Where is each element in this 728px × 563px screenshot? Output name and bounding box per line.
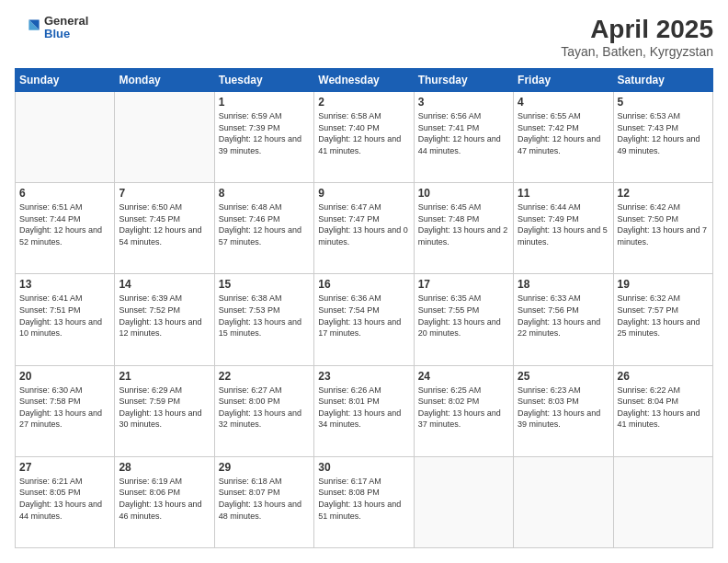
- table-row: 16Sunrise: 6:36 AM Sunset: 7:54 PM Dayli…: [314, 274, 414, 365]
- day-number: 21: [119, 370, 210, 383]
- day-info: Sunrise: 6:41 AM Sunset: 7:51 PM Dayligh…: [19, 293, 110, 339]
- logo-general: General: [44, 15, 88, 28]
- day-info: Sunrise: 6:56 AM Sunset: 7:41 PM Dayligh…: [418, 110, 509, 156]
- day-number: 13: [19, 278, 110, 291]
- logo-text: General Blue: [44, 15, 88, 41]
- table-row: [16, 92, 115, 183]
- day-number: 7: [119, 187, 210, 200]
- location-title: Tayan, Batken, Kyrgyzstan: [561, 44, 713, 59]
- table-row: 28Sunrise: 6:19 AM Sunset: 8:06 PM Dayli…: [115, 456, 214, 547]
- day-number: 25: [518, 370, 609, 383]
- day-info: Sunrise: 6:58 AM Sunset: 7:40 PM Dayligh…: [318, 110, 409, 156]
- day-info: Sunrise: 6:55 AM Sunset: 7:42 PM Dayligh…: [518, 110, 609, 156]
- day-info: Sunrise: 6:42 AM Sunset: 7:50 PM Dayligh…: [618, 201, 709, 247]
- logo-icon: [15, 15, 40, 40]
- table-row: 24Sunrise: 6:25 AM Sunset: 8:02 PM Dayli…: [414, 365, 513, 456]
- day-info: Sunrise: 6:47 AM Sunset: 7:47 PM Dayligh…: [318, 201, 409, 247]
- day-number: 16: [318, 278, 409, 291]
- day-info: Sunrise: 6:51 AM Sunset: 7:44 PM Dayligh…: [19, 201, 110, 247]
- table-row: 25Sunrise: 6:23 AM Sunset: 8:03 PM Dayli…: [514, 365, 613, 456]
- day-number: 27: [19, 461, 110, 474]
- day-info: Sunrise: 6:30 AM Sunset: 7:58 PM Dayligh…: [19, 385, 110, 431]
- col-thursday: Thursday: [414, 69, 513, 92]
- calendar-table: Sunday Monday Tuesday Wednesday Thursday…: [15, 68, 713, 548]
- table-row: [115, 92, 214, 183]
- table-row: 15Sunrise: 6:38 AM Sunset: 7:53 PM Dayli…: [214, 274, 313, 365]
- table-row: 26Sunrise: 6:22 AM Sunset: 8:04 PM Dayli…: [613, 365, 712, 456]
- day-info: Sunrise: 6:59 AM Sunset: 7:39 PM Dayligh…: [219, 110, 310, 156]
- day-number: 5: [618, 96, 709, 109]
- day-number: 22: [219, 370, 310, 383]
- day-number: 29: [219, 461, 310, 474]
- table-row: 10Sunrise: 6:45 AM Sunset: 7:48 PM Dayli…: [414, 183, 513, 274]
- table-row: 14Sunrise: 6:39 AM Sunset: 7:52 PM Dayli…: [115, 274, 214, 365]
- day-number: 1: [219, 96, 310, 109]
- day-info: Sunrise: 6:39 AM Sunset: 7:52 PM Dayligh…: [119, 293, 210, 339]
- table-row: 30Sunrise: 6:17 AM Sunset: 8:08 PM Dayli…: [314, 456, 414, 547]
- day-info: Sunrise: 6:21 AM Sunset: 8:05 PM Dayligh…: [19, 476, 110, 522]
- day-info: Sunrise: 6:38 AM Sunset: 7:53 PM Dayligh…: [219, 293, 310, 339]
- table-row: 2Sunrise: 6:58 AM Sunset: 7:40 PM Daylig…: [314, 92, 414, 183]
- day-info: Sunrise: 6:36 AM Sunset: 7:54 PM Dayligh…: [318, 293, 409, 339]
- day-number: 26: [618, 370, 709, 383]
- day-number: 30: [318, 461, 409, 474]
- table-row: 4Sunrise: 6:55 AM Sunset: 7:42 PM Daylig…: [514, 92, 613, 183]
- day-number: 14: [119, 278, 210, 291]
- table-row: 19Sunrise: 6:32 AM Sunset: 7:57 PM Dayli…: [613, 274, 712, 365]
- calendar-header: Sunday Monday Tuesday Wednesday Thursday…: [16, 69, 713, 92]
- day-number: 24: [418, 370, 509, 383]
- table-row: [514, 456, 613, 547]
- col-friday: Friday: [514, 69, 613, 92]
- table-row: 13Sunrise: 6:41 AM Sunset: 7:51 PM Dayli…: [16, 274, 115, 365]
- col-wednesday: Wednesday: [314, 69, 414, 92]
- day-number: 11: [518, 187, 609, 200]
- day-info: Sunrise: 6:53 AM Sunset: 7:43 PM Dayligh…: [618, 110, 709, 156]
- day-info: Sunrise: 6:26 AM Sunset: 8:01 PM Dayligh…: [318, 385, 409, 431]
- day-info: Sunrise: 6:22 AM Sunset: 8:04 PM Dayligh…: [618, 385, 709, 431]
- table-row: 8Sunrise: 6:48 AM Sunset: 7:46 PM Daylig…: [214, 183, 313, 274]
- table-row: 22Sunrise: 6:27 AM Sunset: 8:00 PM Dayli…: [214, 365, 313, 456]
- header-row: Sunday Monday Tuesday Wednesday Thursday…: [16, 69, 713, 92]
- page: General Blue April 2025 Tayan, Batken, K…: [0, 0, 728, 563]
- day-info: Sunrise: 6:17 AM Sunset: 8:08 PM Dayligh…: [318, 476, 409, 522]
- day-number: 23: [318, 370, 409, 383]
- table-row: 7Sunrise: 6:50 AM Sunset: 7:45 PM Daylig…: [115, 183, 214, 274]
- day-number: 6: [19, 187, 110, 200]
- day-number: 10: [418, 187, 509, 200]
- day-number: 20: [19, 370, 110, 383]
- table-row: 21Sunrise: 6:29 AM Sunset: 7:59 PM Dayli…: [115, 365, 214, 456]
- day-info: Sunrise: 6:32 AM Sunset: 7:57 PM Dayligh…: [618, 293, 709, 339]
- month-title: April 2025: [561, 15, 713, 44]
- table-row: 11Sunrise: 6:44 AM Sunset: 7:49 PM Dayli…: [514, 183, 613, 274]
- table-row: 23Sunrise: 6:26 AM Sunset: 8:01 PM Dayli…: [314, 365, 414, 456]
- table-row: [414, 456, 513, 547]
- col-sunday: Sunday: [16, 69, 115, 92]
- day-number: 3: [418, 96, 509, 109]
- day-number: 2: [318, 96, 409, 109]
- day-number: 17: [418, 278, 509, 291]
- table-row: 1Sunrise: 6:59 AM Sunset: 7:39 PM Daylig…: [214, 92, 313, 183]
- table-row: 5Sunrise: 6:53 AM Sunset: 7:43 PM Daylig…: [613, 92, 712, 183]
- day-info: Sunrise: 6:48 AM Sunset: 7:46 PM Dayligh…: [219, 201, 310, 247]
- logo: General Blue: [15, 15, 88, 41]
- day-number: 19: [618, 278, 709, 291]
- col-saturday: Saturday: [613, 69, 712, 92]
- table-row: [613, 456, 712, 547]
- table-row: 27Sunrise: 6:21 AM Sunset: 8:05 PM Dayli…: [16, 456, 115, 547]
- header: General Blue April 2025 Tayan, Batken, K…: [15, 15, 713, 59]
- col-monday: Monday: [115, 69, 214, 92]
- day-info: Sunrise: 6:50 AM Sunset: 7:45 PM Dayligh…: [119, 201, 210, 247]
- day-number: 4: [518, 96, 609, 109]
- day-number: 28: [119, 461, 210, 474]
- table-row: 20Sunrise: 6:30 AM Sunset: 7:58 PM Dayli…: [16, 365, 115, 456]
- day-number: 15: [219, 278, 310, 291]
- day-info: Sunrise: 6:19 AM Sunset: 8:06 PM Dayligh…: [119, 476, 210, 522]
- table-row: 12Sunrise: 6:42 AM Sunset: 7:50 PM Dayli…: [613, 183, 712, 274]
- day-number: 18: [518, 278, 609, 291]
- day-number: 8: [219, 187, 310, 200]
- day-info: Sunrise: 6:23 AM Sunset: 8:03 PM Dayligh…: [518, 385, 609, 431]
- col-tuesday: Tuesday: [214, 69, 313, 92]
- table-row: 6Sunrise: 6:51 AM Sunset: 7:44 PM Daylig…: [16, 183, 115, 274]
- day-number: 9: [318, 187, 409, 200]
- day-info: Sunrise: 6:18 AM Sunset: 8:07 PM Dayligh…: [219, 476, 310, 522]
